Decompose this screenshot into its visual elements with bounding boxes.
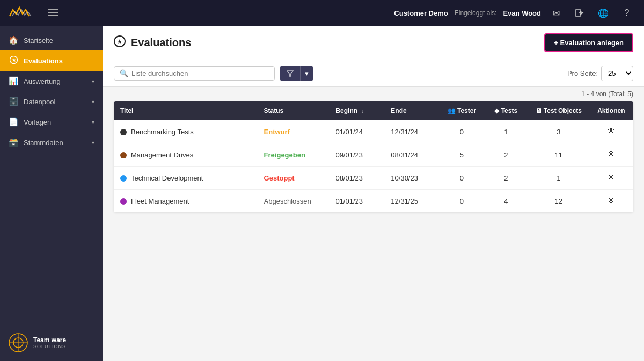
per-page-select[interactable]: 25 50 100 [601,66,633,81]
cell-beginn: 01/01/24 [329,120,384,143]
cell-status: Freigegeben [258,143,330,167]
svg-marker-13 [287,71,293,76]
svg-text:★: ★ [117,38,122,45]
cell-ende: 12/31/24 [384,120,440,143]
filter-button[interactable] [280,66,300,81]
filter-dropdown-button[interactable]: ▾ [300,66,313,81]
col-header-test-objects: 🖥 Test Objects [528,101,589,120]
col-header-status: Status [258,101,330,120]
cell-tests: 1 [484,120,528,143]
table-wrapper: Titel Status Beginn ↓ Ende 👥 Tester ◆ Te… [103,101,644,361]
star-icon: ★ [9,56,18,66]
row-color-icon [120,175,127,182]
cell-titel: Management Drives [114,143,258,167]
sort-icon: ↓ [361,108,364,114]
sidebar-item-datenpool[interactable]: 🗄️ Datenpool ▾ [0,91,103,112]
sidebar-item-label: Vorlagen [24,118,86,126]
cell-aktionen: 👁 [589,190,633,213]
search-filter-bar: 🔍 ▾ Pro Seite: 25 50 100 [103,60,644,87]
logged-as-label: Eingeloggt als: [455,9,497,17]
view-button[interactable]: 👁 [607,127,616,136]
col-header-ende: Ende [384,101,440,120]
mail-icon[interactable]: ✉ [547,4,565,21]
sidebar-toggle-icon[interactable] [48,9,58,18]
brand-logo [9,333,28,352]
sidebar-item-stammdaten[interactable]: 🗃️ Stammdaten ▾ [0,132,103,153]
row-color-icon [120,198,127,205]
col-header-aktionen: Aktionen [589,101,633,120]
col-header-tests: ◆ Tests [484,101,528,120]
cell-status: Entwurf [258,120,330,143]
cell-test-objects: 1 [528,167,589,190]
content-area: ★ Evaluations + Evaluation anlegen 🔍 ▾ P… [103,26,644,361]
content-header: ★ Evaluations + Evaluation anlegen [103,26,644,60]
cell-tester: 0 [440,167,484,190]
cell-beginn: 01/01/23 [329,190,384,213]
sidebar-footer: Team ware SOLUTIONS [0,324,103,361]
chevron-down-icon: ▾ [92,119,94,125]
create-evaluation-button[interactable]: + Evaluation anlegen [544,33,633,52]
table-body: Benchmarking Tests Entwurf 01/01/24 12/3… [114,120,633,212]
sidebar-item-evaluations[interactable]: ★ Evaluations [0,50,103,71]
masterdata-icon: 🗃️ [9,138,18,147]
cell-aktionen: 👁 [589,120,633,143]
view-button[interactable]: 👁 [607,196,616,206]
sidebar: 🏠 Startseite ★ Evaluations 📊 Auswertung … [0,26,103,361]
cell-ende: 10/30/23 [384,167,440,190]
sidebar-nav: 🏠 Startseite ★ Evaluations 📊 Auswertung … [0,26,103,324]
tester-group-icon: 👥 [448,107,456,114]
sidebar-item-vorlagen[interactable]: 📄 Vorlagen ▾ [0,112,103,132]
search-input[interactable] [131,69,269,77]
sidebar-item-label: Startseite [24,37,94,45]
sidebar-item-auswertung[interactable]: 📊 Auswertung ▾ [0,71,103,91]
logout-icon[interactable] [571,4,588,21]
table-header-row: Titel Status Beginn ↓ Ende 👥 Tester ◆ Te… [114,101,633,120]
sidebar-item-startseite[interactable]: 🏠 Startseite [0,30,103,50]
monitor-icon: 🖥 [536,107,542,114]
svg-rect-1 [48,12,58,13]
brand-sub: SOLUTIONS [33,344,66,349]
chevron-down-icon: ▾ [92,78,94,84]
cell-beginn: 09/01/23 [329,143,384,167]
cell-aktionen: 👁 [589,143,633,167]
cell-test-objects: 11 [528,143,589,167]
table-row: Technical Development Gestoppt 08/01/23 … [114,167,633,190]
status-badge: Gestoppt [264,174,295,182]
evaluations-table: Titel Status Beginn ↓ Ende 👥 Tester ◆ Te… [114,101,633,212]
cell-status: Gestoppt [258,167,330,190]
home-icon: 🏠 [9,35,18,45]
logo [9,5,35,20]
demo-name: Customer Demo [394,9,448,17]
svg-rect-2 [48,15,58,16]
user-name: Evan Wood [503,9,541,17]
chevron-down-icon: ▾ [92,99,94,105]
language-icon[interactable]: 🌐 [595,4,612,21]
status-badge: Entwurf [264,128,290,136]
cell-tester: 0 [440,190,484,213]
cell-tests: 4 [484,190,528,213]
table-row: Benchmarking Tests Entwurf 01/01/24 12/3… [114,120,633,143]
per-page-wrapper: Pro Seite: 25 50 100 [567,66,633,81]
search-icon: 🔍 [120,69,128,77]
table-row: Fleet Management Abgeschlossen 01/01/23 … [114,190,633,213]
database-icon: 🗄️ [9,97,18,106]
cell-aktionen: 👁 [589,167,633,190]
per-page-label: Pro Seite: [567,69,598,77]
cell-titel: Technical Development [114,167,258,190]
page-title-area: ★ Evaluations [114,35,544,50]
navbar: Customer Demo Eingeloggt als: Evan Wood … [0,0,644,26]
view-button[interactable]: 👁 [607,173,616,183]
cell-tester: 5 [440,143,484,167]
view-button[interactable]: 👁 [607,150,616,160]
filter-group: ▾ [280,66,313,81]
row-color-icon [120,152,127,158]
cell-ende: 08/31/24 [384,143,440,167]
table-row: Management Drives Freigegeben 09/01/23 0… [114,143,633,167]
help-icon[interactable]: ? [618,4,635,21]
search-wrapper: 🔍 [114,66,275,81]
cell-tests: 2 [484,143,528,167]
col-header-beginn[interactable]: Beginn ↓ [329,101,384,120]
pagination-info: 1 - 4 von (Total: 5) [103,87,644,101]
evaluations-icon: ★ [114,35,126,50]
sidebar-item-label: Auswertung [24,77,86,85]
